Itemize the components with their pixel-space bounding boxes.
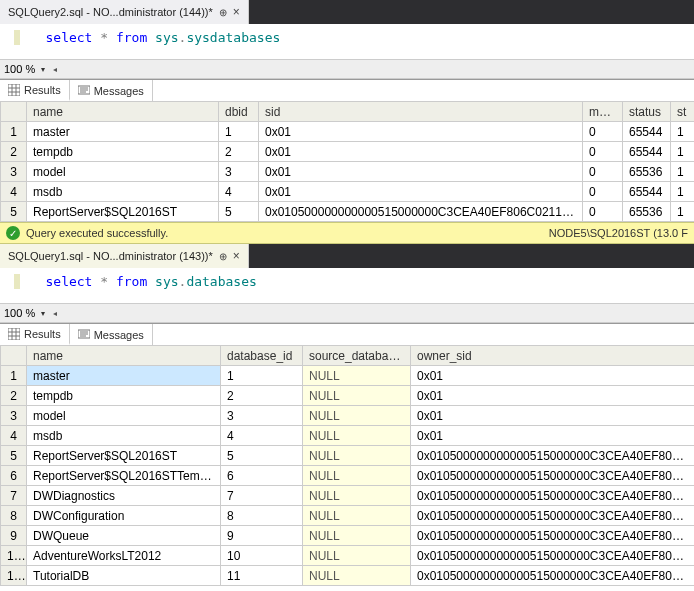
cell-st[interactable]: 1 xyxy=(671,162,695,182)
cell-dbid[interactable]: 4 xyxy=(219,182,259,202)
cell-source-database-id[interactable]: NULL xyxy=(303,386,411,406)
cell-name[interactable]: AdventureWorksLT2012 xyxy=(27,546,221,566)
cell-name[interactable]: master xyxy=(27,366,221,386)
tab-results[interactable]: Results xyxy=(0,324,70,345)
cell-source-database-id[interactable]: NULL xyxy=(303,486,411,506)
cell-source-database-id[interactable]: NULL xyxy=(303,426,411,446)
close-icon[interactable]: × xyxy=(233,5,240,19)
cell-owner-sid[interactable]: 0x010500000000000515000000C3CEA40EF806C0… xyxy=(411,526,695,546)
col-database-id[interactable]: database_id xyxy=(221,346,303,366)
table-row[interactable]: 1master10x010655441 xyxy=(1,122,695,142)
sql-editor-2[interactable]: select * from sys.databases xyxy=(0,268,694,303)
cell-database-id[interactable]: 7 xyxy=(221,486,303,506)
cell-status[interactable]: 65536 xyxy=(623,162,671,182)
cell-source-database-id[interactable]: NULL xyxy=(303,466,411,486)
tab-results[interactable]: Results xyxy=(0,80,70,101)
table-row[interactable]: 4msdb40x010655441 xyxy=(1,182,695,202)
cell-source-database-id[interactable]: NULL xyxy=(303,446,411,466)
cell-name[interactable]: model xyxy=(27,162,219,182)
cell-database-id[interactable]: 1 xyxy=(221,366,303,386)
cell-source-database-id[interactable]: NULL xyxy=(303,366,411,386)
cell-owner-sid[interactable]: 0x010500000000000515000000C3CEA40EF806C0… xyxy=(411,566,695,586)
cell-name[interactable]: msdb xyxy=(27,426,221,446)
table-row[interactable]: 3model3NULL0x01 xyxy=(1,406,695,426)
col-dbid[interactable]: dbid xyxy=(219,102,259,122)
cell-name[interactable]: DWDiagnostics xyxy=(27,486,221,506)
cell-source-database-id[interactable]: NULL xyxy=(303,566,411,586)
caret-left-icon[interactable]: ◂ xyxy=(51,309,59,318)
cell-database-id[interactable]: 10 xyxy=(221,546,303,566)
cell-name[interactable]: model xyxy=(27,406,221,426)
cell-owner-sid[interactable]: 0x01 xyxy=(411,426,695,446)
sql-editor-1[interactable]: select * from sys.sysdatabases xyxy=(0,24,694,59)
cell-st[interactable]: 1 xyxy=(671,182,695,202)
cell-name[interactable]: DWConfiguration xyxy=(27,506,221,526)
cell-database-id[interactable]: 2 xyxy=(221,386,303,406)
cell-status[interactable]: 65544 xyxy=(623,122,671,142)
table-row[interactable]: 4msdb4NULL0x01 xyxy=(1,426,695,446)
col-rowhdr[interactable] xyxy=(1,346,27,366)
cell-mode[interactable]: 0 xyxy=(583,202,623,222)
results-grid-2[interactable]: name database_id source_database_id owne… xyxy=(0,345,694,586)
cell-owner-sid[interactable]: 0x01 xyxy=(411,386,695,406)
results-grid-1[interactable]: name dbid sid mode status st 1master10x0… xyxy=(0,101,694,222)
cell-dbid[interactable]: 2 xyxy=(219,142,259,162)
col-mode[interactable]: mode xyxy=(583,102,623,122)
cell-status[interactable]: 65544 xyxy=(623,142,671,162)
pin-icon[interactable]: ⊕ xyxy=(219,251,227,262)
tab-messages[interactable]: Messages xyxy=(70,324,153,345)
cell-database-id[interactable]: 5 xyxy=(221,446,303,466)
table-row[interactable]: 8DWConfiguration8NULL0x01050000000000051… xyxy=(1,506,695,526)
cell-owner-sid[interactable]: 0x010500000000000515000000C3CEA40EF806C0… xyxy=(411,446,695,466)
chevron-down-icon[interactable]: ▾ xyxy=(37,309,49,318)
cell-owner-sid[interactable]: 0x010500000000000515000000C3CEA40EF806C0… xyxy=(411,466,695,486)
cell-sid[interactable]: 0x01 xyxy=(259,182,583,202)
cell-name[interactable]: ReportServer$SQL2016ST xyxy=(27,202,219,222)
cell-sid[interactable]: 0x01 xyxy=(259,142,583,162)
cell-sid[interactable]: 0x01 xyxy=(259,122,583,142)
cell-owner-sid[interactable]: 0x010500000000000515000000C3CEA40EF806C0… xyxy=(411,546,695,566)
table-row[interactable]: 5ReportServer$SQL2016ST5NULL0x0105000000… xyxy=(1,446,695,466)
cell-database-id[interactable]: 3 xyxy=(221,406,303,426)
table-row[interactable]: 5ReportServer$SQL2016ST50x01050000000000… xyxy=(1,202,695,222)
cell-database-id[interactable]: 4 xyxy=(221,426,303,446)
table-row[interactable]: 2tempdb2NULL0x01 xyxy=(1,386,695,406)
col-sid[interactable]: sid xyxy=(259,102,583,122)
cell-dbid[interactable]: 5 xyxy=(219,202,259,222)
cell-name[interactable]: tempdb xyxy=(27,386,221,406)
tab-messages[interactable]: Messages xyxy=(70,80,153,101)
table-row[interactable]: 1master1NULL0x01 xyxy=(1,366,695,386)
table-row[interactable]: 2tempdb20x010655441 xyxy=(1,142,695,162)
zoom-value[interactable]: 100 % xyxy=(4,63,35,75)
cell-owner-sid[interactable]: 0x01 xyxy=(411,406,695,426)
caret-left-icon[interactable]: ◂ xyxy=(51,65,59,74)
close-icon[interactable]: × xyxy=(233,249,240,263)
col-source-database-id[interactable]: source_database_id xyxy=(303,346,411,366)
col-st[interactable]: st xyxy=(671,102,695,122)
cell-source-database-id[interactable]: NULL xyxy=(303,546,411,566)
cell-database-id[interactable]: 6 xyxy=(221,466,303,486)
cell-mode[interactable]: 0 xyxy=(583,122,623,142)
cell-name[interactable]: master xyxy=(27,122,219,142)
table-row[interactable]: 11TutorialDB11NULL0x01050000000000051500… xyxy=(1,566,695,586)
cell-name[interactable]: TutorialDB xyxy=(27,566,221,586)
cell-sid[interactable]: 0x01 xyxy=(259,162,583,182)
cell-source-database-id[interactable]: NULL xyxy=(303,526,411,546)
col-owner-sid[interactable]: owner_sid xyxy=(411,346,695,366)
cell-name[interactable]: DWQueue xyxy=(27,526,221,546)
cell-sid[interactable]: 0x010500000000000515000000C3CEA40EF806C0… xyxy=(259,202,583,222)
cell-database-id[interactable]: 11 xyxy=(221,566,303,586)
col-status[interactable]: status xyxy=(623,102,671,122)
cell-owner-sid[interactable]: 0x01 xyxy=(411,366,695,386)
col-name[interactable]: name xyxy=(27,346,221,366)
table-row[interactable]: 6ReportServer$SQL2016STTempDB6NULL0x0105… xyxy=(1,466,695,486)
cell-source-database-id[interactable]: NULL xyxy=(303,406,411,426)
cell-mode[interactable]: 0 xyxy=(583,162,623,182)
cell-dbid[interactable]: 3 xyxy=(219,162,259,182)
cell-name[interactable]: ReportServer$SQL2016STTempDB xyxy=(27,466,221,486)
cell-mode[interactable]: 0 xyxy=(583,182,623,202)
cell-st[interactable]: 1 xyxy=(671,202,695,222)
pin-icon[interactable]: ⊕ xyxy=(219,7,227,18)
table-row[interactable]: 3model30x010655361 xyxy=(1,162,695,182)
cell-status[interactable]: 65536 xyxy=(623,202,671,222)
